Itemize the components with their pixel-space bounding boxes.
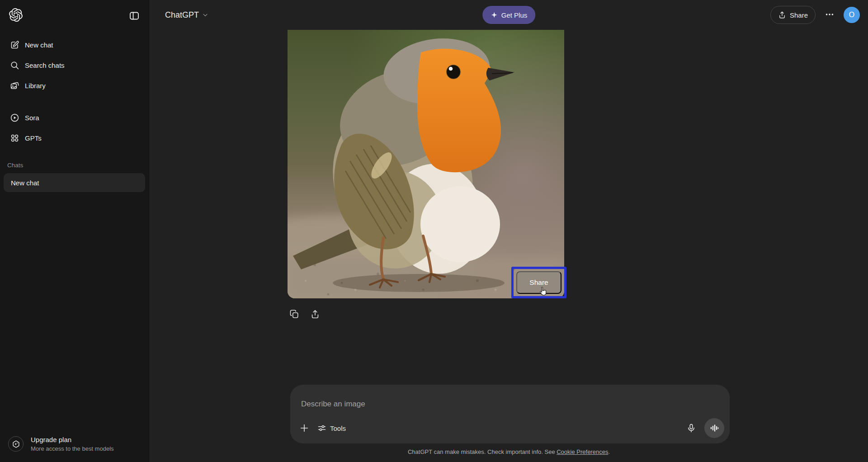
chevron-down-icon [202, 11, 209, 19]
share-upload-icon[interactable] [309, 308, 321, 320]
sidebar-item-search-chats[interactable]: Search chats [5, 55, 144, 75]
sora-icon [10, 113, 19, 123]
prompt-input[interactable] [297, 389, 722, 413]
more-options-icon[interactable] [822, 7, 837, 24]
sidebar: New chat Search chats Library Sora GP [0, 0, 149, 462]
collapse-sidebar-icon[interactable] [128, 9, 141, 22]
share-conversation-button[interactable]: Share [770, 6, 816, 24]
sidebar-item-gpts[interactable]: GPTs [5, 128, 144, 148]
sidebar-item-sora[interactable]: Sora [5, 108, 144, 128]
sidebar-item-new-chat[interactable]: New chat [5, 35, 144, 55]
upload-icon [778, 11, 786, 19]
top-bar-right: Share O [770, 6, 860, 24]
avatar[interactable]: O [844, 7, 860, 23]
microphone-icon[interactable] [683, 420, 700, 437]
message-actions [288, 308, 321, 320]
sidebar-item-label: New chat [25, 41, 53, 49]
chat-list-item-active[interactable]: New chat [4, 173, 145, 192]
voice-waveform-icon [709, 423, 719, 433]
sidebar-item-label: Search chats [25, 61, 65, 69]
composer-toolbar: Tools [296, 418, 724, 438]
tools-button[interactable]: Tools [313, 420, 350, 436]
attach-plus-icon[interactable] [296, 420, 313, 437]
composer: Tools [290, 385, 730, 443]
sidebar-item-label: Sora [25, 114, 39, 122]
sliders-icon [317, 424, 326, 433]
openai-logo-icon[interactable] [8, 7, 24, 24]
sidebar-item-label: GPTs [25, 134, 42, 142]
image-share-button[interactable]: Share [516, 271, 561, 294]
upgrade-plan-subtitle: More access to the best models [31, 445, 114, 452]
top-bar: ChatGPT Get Plus Share O [150, 0, 868, 30]
annotation-highlight-box: Share [511, 267, 566, 298]
sidebar-item-label: Library [25, 82, 46, 90]
upgrade-plan-title: Upgrade plan [31, 436, 114, 443]
new-chat-icon [10, 40, 19, 50]
sidebar-header [0, 0, 149, 28]
sidebar-item-library[interactable]: Library [5, 75, 144, 96]
sparkle-icon [491, 11, 498, 19]
library-icon [10, 81, 19, 90]
model-switcher[interactable]: ChatGPT [160, 8, 213, 23]
copy-icon[interactable] [288, 308, 300, 320]
page-title: ChatGPT [165, 10, 199, 20]
footer-disclaimer: ChatGPT can make mistakes. Check importa… [150, 448, 868, 455]
search-icon [10, 61, 19, 70]
sidebar-divider-gap [5, 96, 144, 108]
upgrade-plan-icon [8, 436, 24, 452]
generated-image-robin[interactable] [288, 30, 564, 298]
gpts-icon [10, 133, 19, 143]
get-plus-button[interactable]: Get Plus [482, 6, 536, 24]
upgrade-plan-button[interactable]: Upgrade plan More access to the best mod… [0, 430, 149, 457]
voice-mode-button[interactable] [704, 418, 724, 438]
cookie-preferences-link[interactable]: Cookie Preferences [557, 448, 608, 455]
chats-section-label: Chats [0, 148, 149, 173]
